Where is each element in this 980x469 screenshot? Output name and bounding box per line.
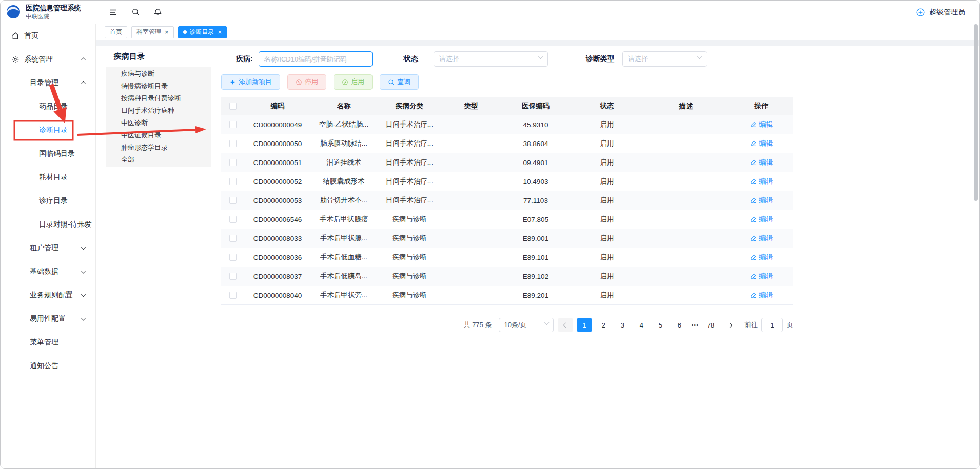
status-select[interactable]: 请选择 bbox=[434, 51, 548, 67]
goto-suffix: 页 bbox=[787, 320, 793, 330]
edit-button[interactable]: 编辑 bbox=[750, 234, 773, 243]
edit-button[interactable]: 编辑 bbox=[750, 196, 773, 205]
edit-button[interactable]: 编辑 bbox=[750, 291, 773, 300]
edit-button[interactable]: 编辑 bbox=[750, 253, 773, 262]
tab-label: 科室管理 bbox=[136, 28, 161, 36]
edit-icon bbox=[750, 197, 757, 203]
close-icon[interactable]: × bbox=[165, 29, 169, 35]
page-button-6[interactable]: 6 bbox=[672, 318, 687, 332]
plus-icon bbox=[229, 79, 236, 86]
chevron-up-icon bbox=[81, 57, 86, 63]
sidebar-item-home[interactable]: 首页 bbox=[1, 24, 95, 48]
cell-category: 疾病与诊断 bbox=[377, 291, 442, 300]
sidebar-item-menu-mgmt[interactable]: 菜单管理 bbox=[1, 331, 95, 354]
row-checkbox[interactable] bbox=[229, 197, 237, 204]
pagination: 共 775 条 10条/页 123456 ••• 78 前往 页 bbox=[221, 318, 793, 332]
cell-name: 手术后甲状腺瘘 bbox=[311, 215, 377, 224]
catalog-item[interactable]: 特慢病诊断目录 bbox=[106, 80, 211, 92]
edit-button[interactable]: 编辑 bbox=[750, 215, 773, 224]
row-checkbox[interactable] bbox=[229, 178, 237, 185]
scrollbar-thumb[interactable] bbox=[974, 24, 978, 201]
edit-icon bbox=[750, 121, 757, 128]
bell-icon[interactable] bbox=[153, 8, 162, 17]
diagnosis-type-select[interactable]: 请选择 bbox=[622, 51, 707, 67]
edit-icon bbox=[750, 235, 757, 241]
row-checkbox[interactable] bbox=[229, 273, 237, 280]
page-button-1[interactable]: 1 bbox=[577, 318, 592, 332]
catalog-item[interactable]: 全部 bbox=[106, 154, 211, 166]
tab-diagnosis-catalog[interactable]: 诊断目录 × bbox=[178, 26, 227, 38]
sidebar-item-catalog-compare[interactable]: 目录对照-待开发 bbox=[1, 213, 95, 236]
cell-insurance-code: 10.4903 bbox=[500, 178, 572, 186]
cell-insurance-code: 38.8604 bbox=[500, 140, 572, 148]
row-checkbox[interactable] bbox=[229, 235, 237, 242]
status-filter-label: 状态 bbox=[404, 54, 418, 64]
user-menu[interactable]: 超级管理员 bbox=[916, 8, 979, 17]
row-checkbox[interactable] bbox=[229, 140, 237, 147]
sidebar-item-system-mgmt[interactable]: 系统管理 bbox=[1, 48, 95, 71]
tab-department-mgmt[interactable]: 科室管理 × bbox=[131, 26, 174, 38]
catalog-item[interactable]: 日间手术治疗病种 bbox=[106, 105, 211, 117]
sidebar-item-basic-data[interactable]: 基础数据 bbox=[1, 260, 95, 283]
row-checkbox[interactable] bbox=[229, 292, 237, 299]
sidebar-item-label: 菜单管理 bbox=[30, 338, 58, 347]
row-checkbox[interactable] bbox=[229, 216, 237, 223]
total-count: 共 775 条 bbox=[464, 320, 492, 330]
tab-home[interactable]: 首页 bbox=[105, 26, 127, 38]
goto-page-input[interactable] bbox=[761, 318, 783, 332]
catalog-item[interactable]: 中医诊断 bbox=[106, 117, 211, 129]
page-button-2[interactable]: 2 bbox=[596, 318, 611, 332]
row-checkbox[interactable] bbox=[229, 159, 237, 166]
sidebar-item-treatment-catalog[interactable]: 诊疗目录 bbox=[1, 189, 95, 213]
page-button-78[interactable]: 78 bbox=[703, 318, 718, 332]
sidebar-item-diagnosis-catalog[interactable]: 诊断目录 bbox=[1, 118, 95, 142]
cell-code: CD0000006546 bbox=[244, 216, 311, 223]
disable-button[interactable]: 停用 bbox=[287, 74, 326, 90]
catalog-item[interactable]: 肿瘤形态学目录 bbox=[106, 141, 211, 154]
sidebar-item-drug-catalog[interactable]: 药品目录 bbox=[1, 95, 95, 118]
add-item-button[interactable]: 添加新项目 bbox=[221, 74, 280, 90]
collapse-menu-icon[interactable] bbox=[109, 8, 118, 17]
cell-status: 启用 bbox=[572, 139, 642, 148]
tab-label: 诊断目录 bbox=[190, 28, 214, 36]
edit-button[interactable]: 编辑 bbox=[750, 177, 773, 186]
sidebar-item-catalog-mgmt[interactable]: 目录管理 bbox=[1, 71, 95, 95]
edit-icon bbox=[750, 159, 757, 166]
cell-status: 启用 bbox=[572, 158, 642, 167]
page-size-value: 10条/页 bbox=[504, 320, 526, 330]
search-icon[interactable] bbox=[131, 8, 140, 17]
row-checkbox[interactable] bbox=[229, 121, 237, 128]
page-button-4[interactable]: 4 bbox=[634, 318, 649, 332]
cell-status: 启用 bbox=[572, 177, 642, 186]
edit-button[interactable]: 编辑 bbox=[750, 139, 773, 148]
sidebar-item-notice[interactable]: 通知公告 bbox=[1, 354, 95, 378]
close-icon[interactable]: × bbox=[218, 29, 222, 35]
sidebar-item-label: 租户管理 bbox=[30, 243, 58, 253]
next-page-button[interactable] bbox=[722, 318, 737, 332]
edit-button[interactable]: 编辑 bbox=[750, 120, 773, 129]
sidebar-item-national-code-catalog[interactable]: 国临码目录 bbox=[1, 142, 95, 166]
cell-insurance-code: E07.805 bbox=[500, 216, 572, 223]
prev-page-button[interactable] bbox=[558, 318, 573, 332]
query-button[interactable]: 查询 bbox=[380, 74, 419, 90]
sidebar-item-label: 诊断目录 bbox=[39, 126, 68, 135]
page-size-select[interactable]: 10条/页 bbox=[499, 318, 554, 332]
edit-button[interactable]: 编辑 bbox=[750, 272, 773, 281]
page-button-3[interactable]: 3 bbox=[615, 318, 630, 332]
catalog-item[interactable]: 中医证候目录 bbox=[106, 129, 211, 141]
sidebar-item-tenant-mgmt[interactable]: 租户管理 bbox=[1, 236, 95, 260]
sidebar-item-consumable-catalog[interactable]: 耗材目录 bbox=[1, 166, 95, 189]
edit-button[interactable]: 编辑 bbox=[750, 158, 773, 167]
disease-search-input[interactable] bbox=[259, 51, 373, 67]
cell-status: 启用 bbox=[572, 196, 642, 205]
enable-button[interactable]: 启用 bbox=[334, 74, 373, 90]
sidebar-item-business-rules[interactable]: 业务规则配置 bbox=[1, 283, 95, 307]
select-all-checkbox[interactable] bbox=[229, 103, 237, 110]
page-button-5[interactable]: 5 bbox=[653, 318, 668, 332]
catalog-item[interactable]: 按病种目录付费诊断 bbox=[106, 92, 211, 105]
row-checkbox[interactable] bbox=[229, 254, 237, 261]
sidebar-item-label: 系统管理 bbox=[24, 55, 53, 64]
tab-bar: 首页 科室管理 × 诊断目录 × bbox=[96, 24, 979, 40]
sidebar-item-usability-config[interactable]: 易用性配置 bbox=[1, 307, 95, 331]
catalog-item[interactable]: 疾病与诊断 bbox=[106, 68, 211, 80]
